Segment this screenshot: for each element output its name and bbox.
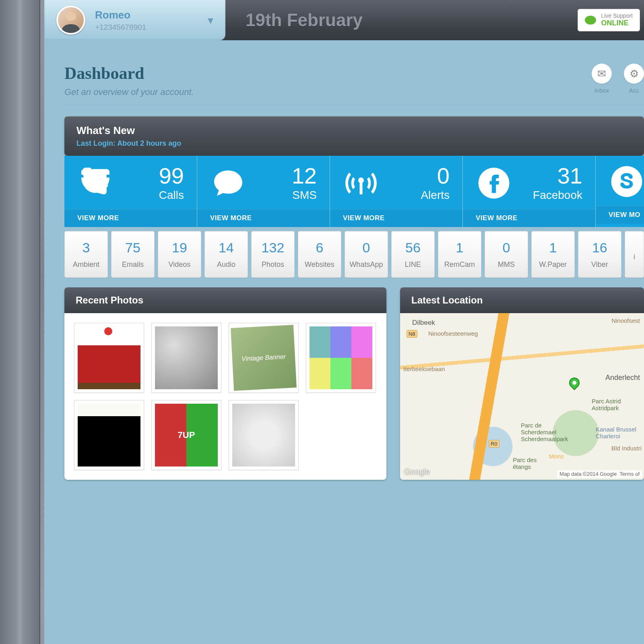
photo-thumb[interactable] [306,323,376,393]
tile-label: Calls [159,189,184,202]
tile-label: Facebook [533,189,582,202]
map-route-badge: R0 [489,440,500,448]
facebook-icon [476,166,512,200]
mini-viber[interactable]: 16Viber [578,231,621,278]
map-road-label: Ninoofsesteenweg [428,330,478,337]
view-more-link[interactable]: VIEW MO [596,206,644,224]
map-park-label: Parc des étangs [513,456,545,470]
view-more-link[interactable]: VIEW MORE [463,209,595,227]
account-label: Acc [624,87,644,94]
photo-thumb[interactable]: Vintage Banner [229,323,299,393]
recent-photos-title: Recent Photos [64,287,386,313]
tile-count: 31 [533,165,582,187]
photo-thumb[interactable] [74,400,144,470]
map-attribution: Map data ©2014 Google Terms of [557,470,642,478]
map-road-label: tterbeeksebaan [403,365,445,372]
antenna-icon [343,166,379,200]
map-provider-logo: Google [404,467,430,477]
account-name: Romeo [95,9,146,21]
avatar [56,6,85,35]
mini-emails[interactable]: 75Emails [111,231,155,278]
map-pin-icon [567,376,582,390]
mini-ambient[interactable]: 3Ambient [64,231,108,278]
tile-label: SMS [292,189,317,202]
mini-wpaper[interactable]: 1W.Paper [531,231,575,278]
map-route-badge: N8 [407,330,417,338]
map-place-label: Anderlecht [605,374,640,382]
recent-photos-card: Recent Photos Vintage Banner 7UP [64,287,386,480]
envelope-icon: ✉ [592,64,612,84]
whats-new-title: What's New [76,124,632,137]
tile-sms[interactable]: 12 SMS VIEW MORE [197,156,330,227]
map-canal-label: Kanaal Brussel Charleroi [596,426,640,440]
mini-stats-row: 3Ambient 75Emails 19Videos 14Audio 132Ph… [64,231,644,278]
skype-icon [609,165,644,198]
map-road-label: Ninoofsest [611,317,640,324]
chat-bubble-icon [585,16,596,25]
live-support-button[interactable]: Live Support ONLINE [578,9,640,31]
account-settings-button[interactable]: ⚙ Acc [624,64,644,94]
summary-tiles: 99 Calls VIEW MORE 12 SMS [64,156,644,227]
page-title: Dashboard [64,64,194,83]
inbox-label: Inbox [592,87,612,94]
mini-photos[interactable]: 132Photos [251,231,295,278]
page-subtitle: Get an overview of your account. [64,87,194,97]
map-road-label: Bld Industri [611,445,642,452]
view-more-link[interactable]: VIEW MORE [330,209,462,227]
photo-thumb[interactable] [151,323,221,393]
chevron-down-icon[interactable]: ▾ [208,14,213,27]
whats-new-panel: What's New Last Login: About 2 hours ago [64,116,644,156]
tile-facebook[interactable]: 31 Facebook VIEW MORE [463,156,596,227]
tile-alerts[interactable]: 0 Alerts VIEW MORE [330,156,463,227]
latest-location-card: Latest Location Dilbeek Anderlecht Ninoo… [400,287,644,480]
top-bar: Romeo +12345678901 ▾ 19th February Live … [44,0,644,40]
view-more-link[interactable]: VIEW MORE [64,209,197,227]
photo-thumb[interactable] [229,400,299,470]
mini-mms[interactable]: 0MMS [485,231,528,278]
map-park-label: Parc Astrid Astridpark [592,398,636,411]
mini-remcam[interactable]: 1RemCam [438,231,481,278]
tile-label: Alerts [421,189,450,202]
photo-thumb[interactable] [74,323,144,393]
view-more-link[interactable]: VIEW MORE [197,209,330,227]
mini-videos[interactable]: 19Videos [158,231,201,278]
header-date: 19th February [246,10,363,30]
tile-calls[interactable]: 99 Calls VIEW MORE [64,156,197,227]
gear-icon: ⚙ [624,64,644,84]
divider [64,105,644,105]
live-support-label: Live Support [601,13,633,19]
phone-icon [77,166,114,200]
tile-skype[interactable]: VIEW MO [596,156,644,227]
left-sidebar-rail [0,0,40,644]
tile-count: 99 [159,165,184,187]
mini-more[interactable]: i [625,231,644,278]
inbox-button[interactable]: ✉ Inbox [592,64,612,94]
last-login: Last Login: About 2 hours ago [76,139,632,148]
mini-websites[interactable]: 6Websites [298,231,341,278]
tile-count: 0 [421,165,450,187]
latest-location-title: Latest Location [400,287,644,313]
map-road-label: Mons [549,453,564,460]
chat-icon [210,166,246,200]
account-phone: +12345678901 [95,23,146,32]
account-switcher[interactable]: Romeo +12345678901 ▾ [44,0,225,40]
tile-count: 12 [292,165,317,187]
live-support-status: ONLINE [601,19,633,27]
map-park-label: Parc de Scherdemael Scherdemaalpark [521,422,577,442]
map-place-label: Dilbeek [412,319,435,327]
mini-audio[interactable]: 14Audio [204,231,248,278]
mini-whatsapp[interactable]: 0WhatsApp [345,231,388,278]
mini-line[interactable]: 56LINE [391,231,435,278]
photo-thumb[interactable]: 7UP [151,400,221,470]
map[interactable]: Dilbeek Anderlecht Ninoofsesteenweg tter… [400,313,644,480]
